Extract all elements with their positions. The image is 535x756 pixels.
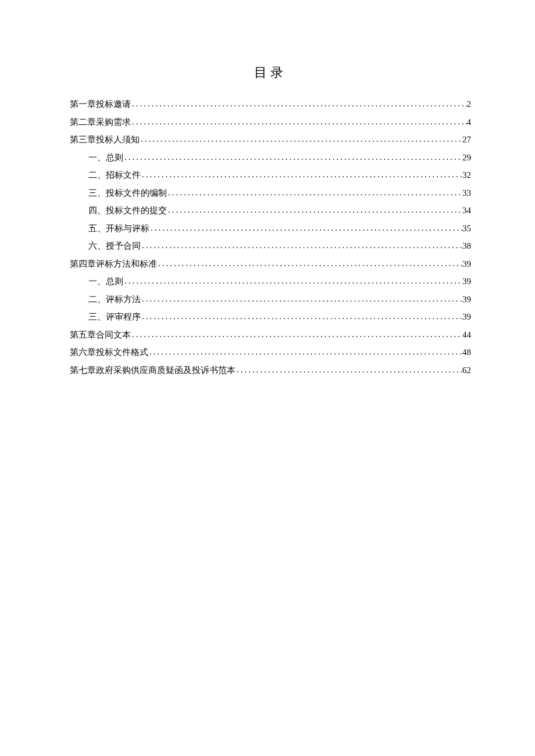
- toc-leader-dots: [131, 97, 467, 110]
- toc-entry-label: 第三章投标人须知: [70, 133, 140, 146]
- toc-leader-dots: [141, 239, 462, 252]
- toc-entry-page: 39: [462, 310, 471, 324]
- toc-entry-label: 五、开标与评标: [88, 222, 149, 235]
- toc-entry-page: 33: [462, 187, 471, 200]
- toc-entry-page: 29: [462, 151, 471, 164]
- toc-entry-page: 62: [462, 364, 471, 377]
- toc-entry[interactable]: 第三章投标人须知27: [70, 133, 471, 146]
- toc-entry-label: 六、授予合同: [88, 239, 141, 253]
- toc-entry[interactable]: 五、开标与评标35: [70, 222, 471, 235]
- toc-entry[interactable]: 三、评审程序39: [70, 310, 471, 324]
- toc-entry-label: 第二章采购需求: [70, 116, 131, 129]
- document-page: 目录 第一章投标邀请2第二章采购需求4第三章投标人须知27一、总则29二、招标文…: [0, 0, 535, 377]
- toc-leader-dots: [149, 221, 462, 235]
- toc-entry[interactable]: 二、招标文件32: [70, 169, 471, 182]
- toc-entry[interactable]: 第六章投标文件格式48: [70, 346, 471, 359]
- toc-entry-page: 44: [462, 328, 471, 342]
- toc-entry-page: 48: [462, 346, 471, 359]
- toc-title: 目录: [70, 64, 471, 81]
- toc-entry-page: 39: [462, 257, 471, 271]
- toc-entry[interactable]: 第七章政府采购供应商质疑函及投诉书范本62: [70, 364, 471, 377]
- table-of-contents: 第一章投标邀请2第二章采购需求4第三章投标人须知27一、总则29二、招标文件32…: [70, 98, 471, 377]
- toc-entry[interactable]: 第二章采购需求4: [70, 116, 471, 129]
- toc-entry-label: 第一章投标邀请: [70, 98, 131, 111]
- toc-leader-dots: [167, 203, 462, 217]
- toc-entry-label: 四、投标文件的提交: [88, 204, 167, 217]
- toc-entry-label: 一、总则: [88, 151, 123, 164]
- toc-entry-label: 一、总则: [88, 275, 123, 288]
- toc-entry-page: 32: [462, 169, 471, 182]
- toc-leader-dots: [167, 186, 462, 199]
- toc-leader-dots: [131, 328, 462, 341]
- toc-entry[interactable]: 第五章合同文本44: [70, 328, 471, 342]
- toc-entry-page: 27: [462, 133, 471, 146]
- toc-leader-dots: [123, 274, 462, 288]
- toc-leader-dots: [123, 151, 462, 164]
- toc-entry[interactable]: 一、总则29: [70, 151, 471, 164]
- toc-entry[interactable]: 四、投标文件的提交34: [70, 204, 471, 217]
- toc-entry[interactable]: 一、总则39: [70, 275, 471, 288]
- toc-entry[interactable]: 第四章评标方法和标准39: [70, 257, 471, 271]
- toc-entry-label: 二、招标文件: [88, 169, 141, 182]
- toc-entry-page: 38: [462, 239, 471, 253]
- toc-entry-page: 39: [462, 275, 471, 288]
- toc-entry-page: 34: [462, 204, 471, 217]
- toc-entry[interactable]: 三、投标文件的编制33: [70, 187, 471, 200]
- toc-leader-dots: [236, 363, 462, 377]
- toc-entry-label: 二、评标方法: [88, 293, 141, 306]
- toc-entry-page: 2: [467, 98, 472, 111]
- toc-leader-dots: [157, 257, 462, 270]
- toc-entry-label: 三、评审程序: [88, 310, 141, 324]
- toc-leader-dots: [141, 168, 462, 181]
- toc-entry-label: 第五章合同文本: [70, 328, 131, 342]
- toc-leader-dots: [140, 132, 462, 146]
- toc-leader-dots: [148, 345, 462, 359]
- toc-entry[interactable]: 二、评标方法39: [70, 293, 471, 306]
- toc-entry-label: 第七章政府采购供应商质疑函及投诉书范本: [70, 364, 236, 377]
- toc-entry-page: 39: [462, 293, 471, 306]
- toc-entry-label: 第六章投标文件格式: [70, 346, 148, 359]
- toc-entry[interactable]: 第一章投标邀请2: [70, 98, 471, 111]
- toc-entry[interactable]: 六、授予合同38: [70, 239, 471, 253]
- toc-entry-label: 第四章评标方法和标准: [70, 257, 157, 271]
- toc-entry-page: 35: [462, 222, 471, 235]
- toc-entry-page: 4: [467, 116, 472, 129]
- toc-entry-label: 三、投标文件的编制: [88, 187, 167, 200]
- toc-leader-dots: [131, 115, 467, 128]
- toc-leader-dots: [141, 292, 462, 306]
- toc-leader-dots: [141, 310, 462, 323]
